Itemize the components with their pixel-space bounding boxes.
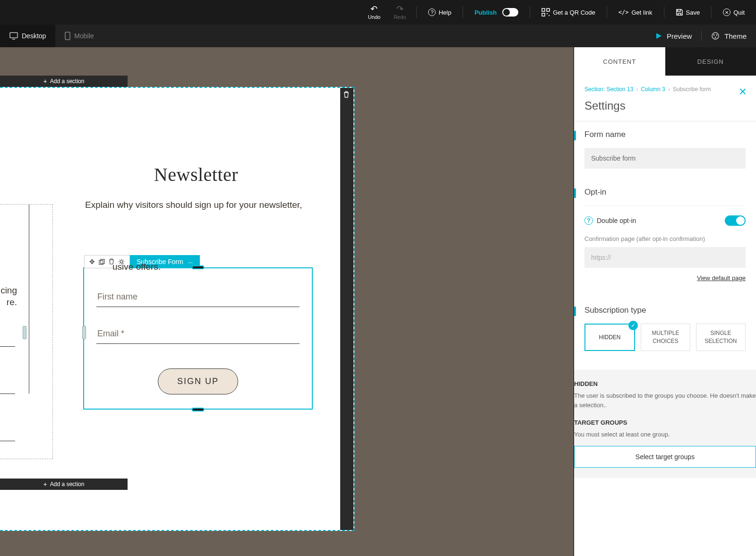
theme-button[interactable]: Theme [711,32,747,40]
qr-button[interactable]: Get a QR Code [536,3,601,22]
svg-rect-5 [10,33,17,38]
svg-marker-8 [656,33,662,39]
subtype-hidden[interactable]: HIDDEN ✓ [584,324,635,351]
main-area: + Add a section icingre. Newsletter Expl… [0,47,756,556]
chevron-icon: › [668,86,670,93]
select-target-groups-button[interactable]: Select target groups [574,446,756,468]
form-name-input[interactable] [584,148,746,169]
double-optin-toggle[interactable] [725,215,746,226]
column-drag-handle-right[interactable] [82,326,86,339]
mobile-tab[interactable]: Mobile [55,25,103,47]
newsletter-heading[interactable]: Newsletter [52,163,340,186]
content-tab[interactable]: CONTENT [574,47,665,76]
help-icon[interactable]: ? [584,216,593,225]
divider [664,7,664,18]
subscribe-form-widget[interactable]: ✥ Subscribe Form ︿ usive offers. SIGN UP [83,267,313,410]
double-optin-row: ? Double opt-in [584,215,746,226]
first-name-input[interactable] [96,287,300,307]
target-groups-title: TARGET GROUPS [574,419,756,426]
chevron-icon: › [636,86,638,93]
widget-toolbar: ✥ Subscribe Form ︿ [84,255,200,268]
page-section[interactable]: icingre. Newsletter Explain why visitors… [0,87,354,531]
left-column-peek: icingre. [0,204,53,459]
gear-icon[interactable] [118,258,125,265]
delete-section-icon[interactable] [343,91,350,98]
newsletter-description[interactable]: Explain why visitors should sign up for … [52,199,340,212]
help-button[interactable]: ? Help [422,3,457,22]
peek-text-2: re. [7,297,17,307]
svg-point-12 [715,37,716,38]
quit-button[interactable]: ✕ Quit [717,3,750,22]
move-icon[interactable]: ✥ [89,258,95,265]
resize-handle-top[interactable] [192,265,204,269]
peek-text-1: icing [0,285,17,295]
publish-switch[interactable] [502,8,518,17]
redo-icon: ↷ [396,5,404,13]
divider [607,7,607,18]
second-bar: Desktop Mobile Preview Theme [0,25,756,47]
save-label: Save [686,9,700,16]
preview-label: Preview [667,32,692,40]
info-hidden-title: HIDDEN [574,380,756,387]
signup-button[interactable]: SIGN UP [158,368,238,394]
publish-toggle[interactable]: Publish [469,3,524,22]
subtype-multiple[interactable]: MULTIPLE CHOICES [641,324,690,351]
chevron-up-icon: ︿ [188,258,193,265]
getlink-button[interactable]: </> Get link [613,3,658,22]
design-tab[interactable]: DESIGN [665,47,756,76]
canvas[interactable]: + Add a section icingre. Newsletter Expl… [0,47,574,556]
undo-button[interactable]: ↶ Undo [363,3,385,22]
add-section-label: Add a section [50,481,85,488]
save-button[interactable]: Save [670,3,706,22]
column-drag-handle-left[interactable] [23,326,26,339]
section-strip [340,88,353,530]
duplicate-icon[interactable] [99,259,105,265]
confirmation-url-input[interactable] [584,247,746,268]
help-label: Help [438,9,451,16]
desc-line-1: Explain why visitors should sign up for … [85,200,302,210]
add-section-top[interactable]: + Add a section [0,76,128,87]
widget-label-text: Subscribe Form [137,258,183,265]
top-toolbar: ↶ Undo ↷ Redo ? Help Publish Get a QR Co… [0,0,756,25]
preview-button[interactable]: Preview [655,32,692,40]
close-panel-button[interactable]: × [739,84,747,99]
help-icon: ? [428,9,436,16]
redo-button[interactable]: ↷ Redo [389,3,411,22]
svg-point-11 [716,34,718,36]
widget-label[interactable]: Subscribe Form ︿ [130,255,200,268]
svg-point-10 [713,34,715,36]
palette-icon [711,32,720,40]
crumb-column[interactable]: Column 3 [641,86,665,93]
crumb-section[interactable]: Section: Section 13 [584,86,633,93]
svg-rect-7 [65,32,70,40]
confirmation-label: Confirmation page (after opt-in confirma… [584,235,746,242]
email-input[interactable] [96,324,300,344]
view-default-link[interactable]: View default page [697,274,746,282]
crumb-current: Subscribe form [673,86,711,93]
device-tabs: Desktop Mobile [0,25,103,47]
plus-icon: + [43,77,47,85]
add-section-bottom[interactable]: + Add a section [0,479,128,490]
resize-handle-bottom[interactable] [192,408,204,411]
target-groups-text: You must select at least one group. [574,430,756,439]
divider [530,7,530,18]
trash-icon[interactable] [109,258,114,265]
panel-tabs: CONTENT DESIGN [574,47,756,76]
undo-label: Undo [368,14,380,20]
subtype-single[interactable]: SINGLE SELECTION [696,324,746,351]
theme-label: Theme [724,32,747,40]
mobile-icon [65,32,70,40]
mobile-label: Mobile [74,32,94,40]
quit-label: Quit [733,9,745,16]
divider [463,7,463,18]
link-icon: </> [619,9,629,16]
play-icon [655,33,662,39]
double-optin-label: Double opt-in [597,217,636,224]
undo-icon: ↶ [370,5,378,13]
newsletter-block: Newsletter Explain why visitors should s… [52,163,340,212]
check-icon: ✓ [628,321,638,330]
desktop-tab[interactable]: Desktop [0,25,55,47]
svg-rect-13 [99,260,103,265]
form-name-heading: Form name [584,130,746,139]
quit-icon: ✕ [723,9,730,16]
